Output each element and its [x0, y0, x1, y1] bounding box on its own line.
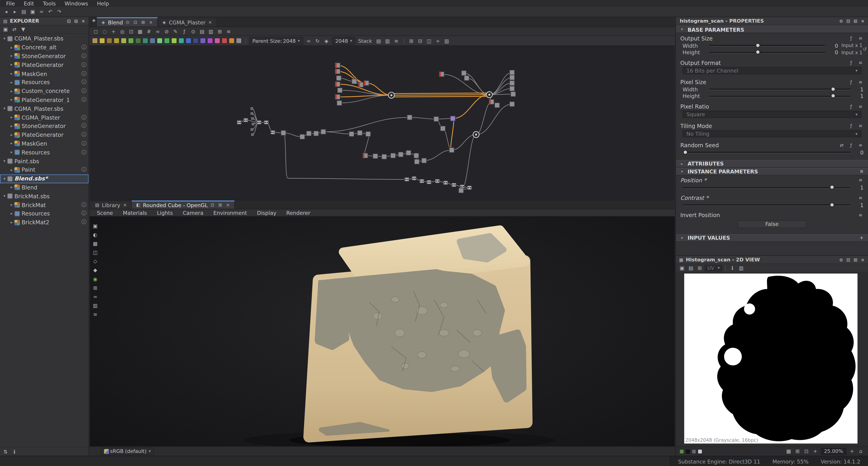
list-icon[interactable]: ≡ [91, 311, 99, 318]
graph-node[interactable] [464, 75, 469, 81]
align-center-icon[interactable]: ⊟ [416, 37, 424, 44]
color-mode-icon[interactable]: ◈ [322, 37, 330, 44]
node-color-13[interactable] [185, 38, 191, 44]
view3d-menu-materials[interactable]: Materials [118, 210, 152, 216]
tree-item-resources[interactable]: ▸Resourcesⓘ [0, 209, 89, 218]
copy-icon[interactable]: ⊞ [696, 264, 704, 272]
view3d-menu-lights[interactable]: Lights [152, 210, 178, 216]
chevron-right-icon[interactable]: ▸ [9, 45, 14, 50]
position-slider[interactable] [683, 185, 850, 190]
preview-icon[interactable]: ▥ [207, 28, 215, 35]
invert-position-toggle[interactable]: False [738, 220, 806, 228]
tree-item-maskgen[interactable]: ▸MaskGenⓘ [0, 69, 89, 78]
pin-icon[interactable]: ⊙ [838, 18, 844, 24]
view3d-menu-camera[interactable]: Camera [178, 210, 209, 216]
viewport-3d[interactable]: ▣◐▦◫◇◆◉⊞≈▥≡ [90, 217, 675, 446]
forward-icon[interactable]: ▸ [11, 8, 19, 15]
chevron-right-icon[interactable]: ▸ [9, 63, 14, 67]
size-combo[interactable]: 2048 ▾ [332, 37, 355, 44]
output-width-slider[interactable] [709, 43, 825, 48]
snap-icon[interactable]: # [145, 28, 153, 35]
tree-item-paint[interactable]: ▸Paintⓘ [0, 165, 89, 174]
graph-node[interactable] [321, 129, 326, 134]
view3d-menu-scene[interactable]: Scene [92, 210, 118, 216]
shaded-icon[interactable]: ◆ [91, 266, 99, 274]
section-attributes[interactable]: ▸ ATTRIBUTES [676, 160, 868, 167]
graph-node[interactable] [467, 186, 472, 190]
texture-canvas[interactable]: 2048x2048 (Grayscale, 16bpc) [684, 274, 858, 444]
chevron-right-icon[interactable]: ▸ [9, 98, 14, 102]
graph-node[interactable] [313, 131, 318, 136]
texture-icon[interactable]: ▦ [91, 240, 99, 247]
tree-item-concrete-alt[interactable]: ▸Concrete_altⓘ [0, 43, 89, 52]
chevron-right-icon[interactable]: ▸ [9, 133, 14, 137]
tree-item-plategenerator-1[interactable]: ▸PlateGenerator_1ⓘ [0, 96, 89, 104]
close-icon[interactable]: × [122, 202, 128, 208]
info-icon[interactable]: ⓘ [81, 53, 87, 60]
tab-rounded-cube[interactable]: ◧ Rounded Cube - OpenGL ⊡ ⊞ × [132, 200, 235, 209]
graph-node[interactable] [414, 153, 419, 158]
graph-node[interactable] [352, 79, 357, 84]
float-icon[interactable]: ⊞ [852, 18, 859, 24]
dock-icon[interactable]: ⊡ [66, 18, 72, 24]
info-icon[interactable]: ⓘ [81, 123, 87, 130]
node-color-7[interactable] [142, 38, 148, 44]
graph-node[interactable] [281, 130, 286, 135]
link-package-icon[interactable]: ⇄ [11, 26, 18, 33]
chain-icon[interactable]: ∞ [305, 37, 312, 44]
info-icon[interactable]: ⓘ [81, 219, 87, 226]
node-color-1[interactable] [99, 38, 105, 44]
material-icon[interactable]: ◉ [91, 275, 99, 282]
function-icon[interactable]: ƒ [848, 103, 854, 110]
graph-node[interactable] [412, 176, 416, 180]
view3d-menu-display[interactable]: Display [252, 210, 281, 216]
image-icon[interactable]: ▤ [687, 264, 694, 272]
options-icon[interactable]: ≡ [857, 103, 864, 110]
dock-icon[interactable]: ⊡ [132, 20, 138, 26]
tiling-icon[interactable]: ⊞ [794, 448, 801, 455]
tab-cgma-plaster[interactable]: ◈ CGMA_Plaster × [158, 18, 217, 27]
info-icon[interactable]: ⓘ [81, 140, 87, 147]
options-icon[interactable]: ≡ [857, 79, 864, 85]
graph-node[interactable] [335, 63, 340, 68]
info-icon[interactable]: ⓘ [81, 79, 87, 86]
chevron-right-icon[interactable]: ▸ [9, 115, 14, 120]
grid-icon[interactable]: ▦ [785, 448, 793, 455]
graph-node[interactable] [336, 75, 341, 81]
view3d-menu-environment[interactable]: Environment [209, 210, 252, 216]
stack-list-icon[interactable]: ≡ [393, 37, 400, 44]
new-package-icon[interactable]: ▣ [2, 26, 9, 33]
tree-item-stonegenerator[interactable]: ▸StoneGeneratorⓘ [0, 52, 89, 61]
graph-node[interactable] [461, 70, 466, 75]
info-icon[interactable]: ⓘ [81, 61, 87, 68]
node-color-12[interactable] [178, 38, 184, 44]
snap-grid-icon[interactable]: + [434, 37, 442, 44]
chevron-right-icon[interactable]: ▸ [9, 185, 14, 190]
chevron-right-icon[interactable]: ▸ [9, 71, 14, 76]
graph-node[interactable] [509, 75, 515, 80]
chevron-right-icon[interactable]: ▸ [9, 89, 14, 93]
graph-node[interactable] [443, 181, 448, 185]
add-icon[interactable]: + [859, 235, 865, 241]
fit-view-icon[interactable]: ⊡ [802, 448, 810, 455]
tree-item-plategenerator[interactable]: ▸PlateGeneratorⓘ [0, 130, 89, 139]
chevron-right-icon[interactable]: ▸ [9, 54, 14, 59]
close-icon[interactable]: × [860, 257, 866, 263]
function-icon[interactable]: ƒ [848, 59, 854, 66]
graph-node[interactable] [509, 81, 515, 86]
bg-swatch-2[interactable] [691, 449, 696, 454]
chevron-right-icon[interactable]: ▸ [9, 150, 14, 155]
tree-item-brickmat-sbs[interactable]: ▾BrickMat.sbs [0, 192, 89, 200]
uv-icon[interactable]: ⊞ [91, 284, 99, 291]
chevron-right-icon[interactable]: ▸ [9, 211, 14, 216]
zoom-icon[interactable]: ◎ [119, 28, 126, 35]
save-icon[interactable]: ▣ [29, 8, 36, 15]
align-left-icon[interactable]: ⊞ [407, 37, 415, 44]
info-icon[interactable]: ⓘ [81, 88, 87, 95]
tree-item-paint-sbs[interactable]: ▾Paint.sbs [0, 157, 89, 165]
node-color-2[interactable] [106, 38, 112, 44]
display-icon[interactable]: ◫ [91, 249, 99, 256]
graph-node[interactable] [398, 152, 403, 157]
graph-node[interactable] [257, 121, 261, 124]
bg-swatch-3[interactable] [698, 449, 703, 454]
